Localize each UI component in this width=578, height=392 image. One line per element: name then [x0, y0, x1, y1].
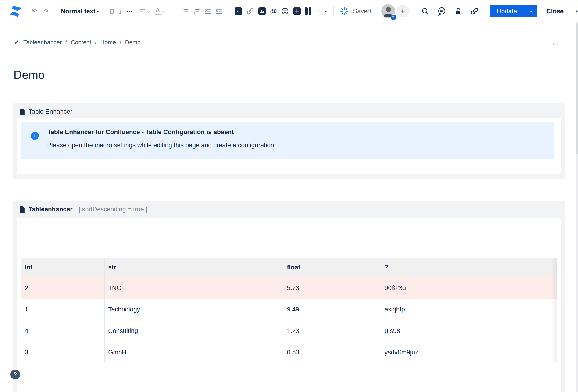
cell-clipped — [553, 277, 558, 299]
collapse-width-button[interactable]: →← — [549, 39, 561, 46]
document-icon — [19, 206, 25, 213]
cell-q: 90ß23u — [381, 277, 553, 299]
chevron-down-icon — [147, 9, 150, 12]
breadcrumb-item-space[interactable]: Tableenhancer — [23, 39, 62, 46]
insert-link-button[interactable] — [246, 7, 254, 15]
macro-tableenhancer[interactable]: Tableenhancer | sortDescending = true | … — [13, 201, 565, 392]
unlock-icon — [454, 7, 462, 15]
help-button[interactable]: ? — [10, 370, 20, 379]
breadcrumb-separator: / — [120, 39, 121, 46]
svg-text:3: 3 — [193, 12, 194, 14]
macro-body: i Table Enhancer for Confluence - Table … — [17, 118, 561, 174]
table-row: 4 Consulting 1.23 µ s98 — [21, 320, 558, 342]
insert-dropdown[interactable] — [325, 10, 327, 12]
cell-str: TNG — [105, 277, 283, 299]
table-header-clipped — [553, 258, 558, 277]
image-icon — [258, 7, 266, 15]
insert-image-button[interactable] — [258, 7, 266, 15]
page-title[interactable]: Demo — [13, 68, 45, 82]
cell-clipped — [553, 342, 558, 363]
numbered-list-button[interactable]: 1 2 3 — [193, 8, 200, 15]
redo-icon — [42, 7, 49, 15]
cell-q: ysdvßm9juz — [381, 342, 553, 363]
breadcrumb-item-content[interactable]: Content — [71, 39, 91, 46]
macro-header: Table Enhancer — [13, 103, 565, 115]
data-table-container: int str float ? 2 TNG 5.73 90ß23u — [21, 258, 557, 363]
avatar[interactable]: S — [381, 4, 395, 18]
search-button[interactable] — [421, 7, 430, 15]
cell-float: 9.49 — [283, 299, 381, 320]
scrollbar-thumb[interactable] — [576, 23, 578, 154]
cell-int: 1 — [21, 299, 105, 320]
update-dropdown-button[interactable] — [524, 5, 537, 17]
spinner-icon — [340, 7, 349, 16]
update-split-button: Update — [490, 5, 537, 17]
cell-float: 5.73 — [283, 277, 381, 299]
redo-button[interactable] — [42, 7, 49, 15]
close-button[interactable]: Close — [546, 8, 564, 15]
cell-int: 4 — [21, 320, 105, 342]
emoji-icon — [281, 7, 289, 15]
outdent-icon — [204, 8, 211, 15]
page-scrollbar[interactable] — [576, 22, 578, 392]
cell-str: Technology — [105, 299, 283, 320]
indent-icon — [215, 8, 222, 15]
copy-link-button[interactable] — [470, 7, 479, 16]
update-label: Update — [497, 8, 517, 15]
breadcrumb-item-demo[interactable]: Demo — [125, 39, 141, 46]
table-row: 1 Technology 9.49 asdjhfp — [21, 299, 558, 320]
italic-button[interactable]: I — [119, 7, 122, 15]
table-row: 3 GmbH 0.53 ysdvßm9juz — [21, 342, 558, 363]
align-left-icon — [139, 8, 146, 15]
bold-button[interactable]: B — [110, 7, 115, 15]
cell-clipped — [553, 320, 558, 342]
table-header-int: int — [21, 258, 105, 277]
editor-toolbar: Normal text B I ••• A — [0, 0, 578, 22]
cell-str: GmbH — [105, 342, 283, 363]
alignment-dropdown[interactable] — [139, 8, 149, 15]
table-header-row: int str float ? — [21, 258, 558, 277]
link-icon — [470, 7, 479, 16]
avatar-status-badge: S — [391, 14, 396, 20]
breadcrumb-separator: / — [65, 39, 67, 46]
toolbar-divider — [333, 6, 334, 16]
outdent-button[interactable] — [204, 8, 211, 15]
cell-clipped — [553, 299, 558, 320]
text-style-label: Normal text — [61, 8, 95, 15]
insert-plus-button[interactable]: + — [316, 7, 321, 15]
indent-button[interactable] — [215, 8, 222, 15]
more-actions-button[interactable]: ••• — [576, 8, 578, 14]
text-style-dropdown[interactable]: Normal text — [61, 8, 99, 15]
unlock-button[interactable] — [454, 7, 462, 15]
bullet-list-button[interactable] — [182, 8, 189, 15]
breadcrumb-item-home[interactable]: Home — [100, 39, 116, 46]
action-item-button[interactable]: ✓ — [235, 7, 242, 15]
table-icon — [293, 7, 301, 15]
cell-q: asdjhfp — [381, 299, 553, 320]
text-color-icon: A — [155, 7, 161, 15]
cell-float: 1.23 — [283, 320, 381, 342]
numbered-list-icon: 1 2 3 — [193, 8, 200, 15]
mention-button[interactable]: @ — [270, 7, 277, 15]
layouts-button[interactable] — [305, 7, 311, 15]
more-formatting-button[interactable]: ••• — [126, 8, 133, 14]
undo-icon — [31, 7, 39, 15]
undo-button[interactable] — [31, 7, 39, 15]
breadcrumb: Tableenhancer / Content / Home / Demo — [13, 37, 550, 48]
chevron-down-icon — [97, 9, 100, 12]
update-button[interactable]: Update — [490, 5, 524, 17]
insert-table-button[interactable] — [293, 7, 301, 15]
comments-button[interactable] — [437, 7, 446, 16]
confluence-logo-icon — [8, 4, 23, 18]
table-row: 2 TNG 5.73 90ß23u — [21, 277, 558, 299]
table-header-q: ? — [381, 258, 553, 277]
document-icon — [19, 109, 25, 115]
emoji-button[interactable] — [281, 7, 289, 15]
cell-q: µ s98 — [381, 320, 553, 342]
cell-float: 0.53 — [283, 342, 381, 363]
add-collaborator-button[interactable]: + — [396, 5, 409, 18]
checkbox-icon: ✓ — [235, 7, 242, 15]
macro-header: Tableenhancer | sortDescending = true | … — [13, 201, 565, 213]
text-color-dropdown[interactable]: A — [155, 7, 164, 15]
macro-table-enhancer[interactable]: Table Enhancer i Table Enhancer for Conf… — [13, 103, 565, 179]
